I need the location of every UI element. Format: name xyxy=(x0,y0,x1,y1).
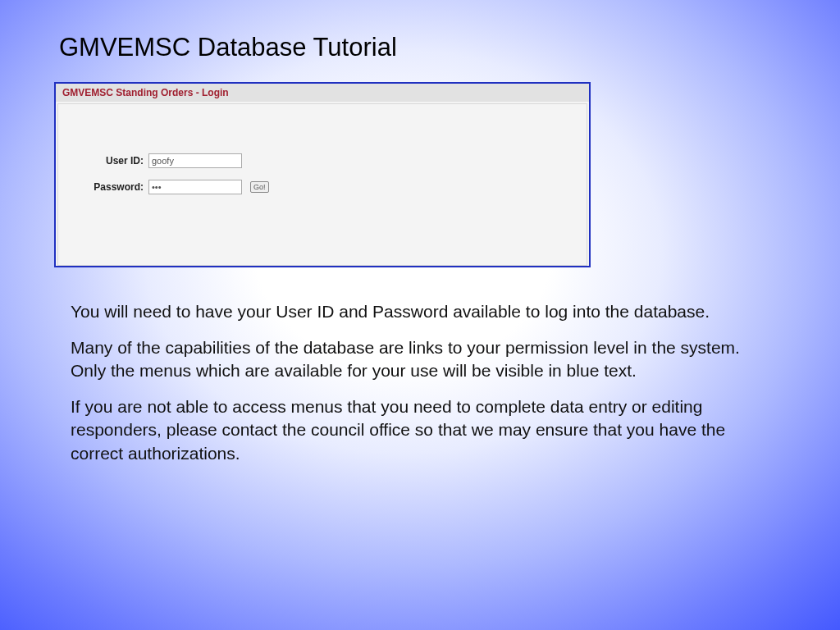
body-paragraph-1: You will need to have your User ID and P… xyxy=(71,300,766,323)
go-button[interactable]: Go! xyxy=(250,181,269,193)
user-id-row: User ID: xyxy=(83,153,587,168)
password-label: Password: xyxy=(83,181,148,193)
user-id-label: User ID: xyxy=(83,155,148,167)
password-input[interactable] xyxy=(148,180,242,194)
login-header: GMVEMSC Standing Orders - Login xyxy=(56,84,589,102)
login-body: User ID: Password: Go! xyxy=(57,103,587,266)
body-paragraph-2: Many of the capabilities of the database… xyxy=(71,336,766,383)
password-row: Password: Go! xyxy=(83,180,587,194)
login-panel: GMVEMSC Standing Orders - Login User ID:… xyxy=(54,82,591,267)
body-paragraph-3: If you are not able to access menus that… xyxy=(71,395,766,465)
slide-title: GMVEMSC Database Tutorial xyxy=(59,33,397,62)
user-id-input[interactable] xyxy=(148,153,242,168)
